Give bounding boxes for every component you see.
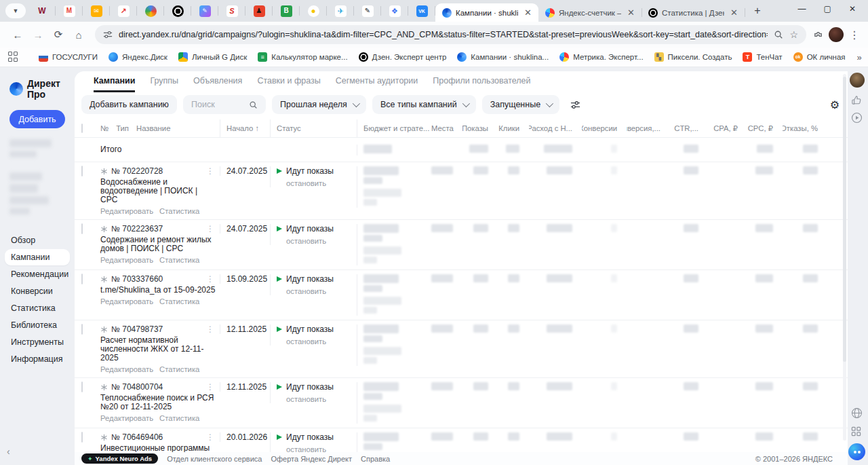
section-tab[interactable]: Кампании — [94, 76, 135, 92]
row-menu-kebab-icon[interactable]: ⋮ — [206, 274, 214, 284]
home-button[interactable]: ⌂ — [69, 25, 88, 44]
edit-link[interactable]: Редактировать — [100, 297, 153, 305]
statistics-link[interactable]: Статистика — [159, 365, 199, 373]
campaign-name-link[interactable]: Расчет нормативной численности ЖКХ от 12… — [100, 336, 216, 362]
browser-tab[interactable]: Кампании · shuklina-t ✕ — [435, 3, 538, 22]
neuro-ads-badge[interactable]: ✦Yandex Neuro Ads — [81, 453, 158, 464]
apps-grid-icon[interactable] — [851, 426, 861, 436]
table-settings-gear-button[interactable]: ⚙ — [830, 98, 840, 111]
filter-dropdown[interactable]: Все типы кампаний — [372, 95, 476, 114]
apps-grid-icon[interactable] — [8, 52, 18, 62]
new-tab-button[interactable]: + — [749, 2, 766, 20]
play-circle-icon[interactable] — [851, 112, 863, 124]
stop-link[interactable]: остановить — [286, 337, 357, 346]
sidebar-collapse-button[interactable]: ‹ — [3, 445, 14, 458]
pinned-tab[interactable]: B — [273, 0, 300, 22]
pinned-tab[interactable]: W — [28, 0, 56, 22]
filter-dropdown[interactable]: Запущенные — [482, 95, 559, 114]
tab-close-icon[interactable]: ✕ — [728, 7, 740, 18]
address-bar[interactable]: direct.yandex.ru/dna/grid/campaigns/?ulo… — [95, 25, 806, 44]
pinned-tab[interactable]: ♟ — [245, 0, 273, 22]
col-name[interactable]: Название — [136, 124, 170, 132]
col-type[interactable]: Тип — [116, 124, 129, 132]
pinned-tab[interactable]: S — [218, 0, 245, 22]
row-checkbox[interactable] — [81, 382, 83, 392]
stop-link[interactable]: остановить — [286, 395, 357, 403]
row-checkbox[interactable] — [81, 166, 83, 176]
pinned-tab[interactable]: VK — [408, 0, 435, 22]
footer-link[interactable]: Справка — [361, 455, 390, 463]
col-spend[interactable]: Расход с Н... — [529, 124, 582, 132]
back-button[interactable]: ← — [8, 25, 27, 44]
scrollbar-thumb[interactable] — [843, 77, 846, 362]
browser-menu-icon[interactable]: ⋮ — [849, 29, 860, 41]
bookmark[interactable]: Яндекс.Диск — [104, 50, 172, 64]
row-menu-kebab-icon[interactable]: ⋮ — [206, 224, 214, 234]
col-status[interactable]: Статус — [270, 119, 357, 137]
col-cpa[interactable]: CPA, ₽ — [708, 124, 747, 133]
assistant-chat-button[interactable] — [848, 443, 865, 460]
row-checkbox[interactable] — [81, 324, 83, 335]
section-tab[interactable]: Сегменты аудитории — [336, 76, 418, 92]
statistics-link[interactable]: Статистика — [159, 297, 199, 305]
sidebar-item[interactable]: Инструменты — [9, 334, 75, 350]
statistics-link[interactable]: Статистика — [159, 414, 199, 422]
stop-link[interactable]: остановить — [286, 287, 357, 295]
col-bounces[interactable]: Отказы, % — [783, 124, 827, 132]
col-places[interactable]: Места — [431, 124, 462, 132]
add-campaign-button[interactable]: Добавить кампанию — [81, 95, 177, 114]
browser-tab[interactable]: Яндекс-счетчик — С ✕ — [538, 3, 642, 22]
statistics-link[interactable]: Статистика — [159, 256, 199, 264]
pinned-tab[interactable]: ↗ — [110, 0, 137, 22]
tab-close-icon[interactable]: ✕ — [625, 7, 637, 18]
edit-link[interactable]: Редактировать — [100, 207, 153, 215]
pinned-tab[interactable]: M — [56, 0, 83, 22]
footer-link[interactable]: Оферта Яндекс Директ — [271, 455, 352, 463]
minimize-button[interactable]: — — [798, 4, 806, 14]
campaign-name-link[interactable]: Теплоснабжение поиск и РСЯ №20 от 12-11-… — [100, 394, 216, 411]
sidebar-item[interactable]: Библиотека — [9, 317, 75, 333]
sidebar-item[interactable]: Кампании — [5, 249, 70, 265]
row-checkbox[interactable] — [81, 223, 83, 234]
edit-link[interactable]: Редактировать — [100, 256, 153, 264]
bookmark[interactable]: Кампании · shuklina... — [452, 50, 553, 64]
bookmark[interactable]: ГОСУСЛУГИ — [34, 50, 102, 64]
bookmark[interactable]: ok ОК личная — [789, 50, 850, 64]
select-all-checkbox[interactable] — [81, 124, 83, 133]
zoom-icon[interactable] — [774, 30, 783, 39]
col-conv-rate[interactable]: Конверсия,... — [627, 124, 670, 132]
sidebar-item[interactable]: Информация — [9, 351, 75, 367]
section-tab[interactable]: Профили пользователей — [433, 76, 530, 92]
bookmark[interactable]: ▚ Пиксели. Создать — [650, 50, 737, 64]
bookmark[interactable]: T ТенЧат — [738, 50, 787, 64]
bookmark-star-icon[interactable]: ☆ — [789, 29, 798, 40]
filter-dropdown[interactable]: Прошлая неделя — [272, 95, 366, 114]
stop-link[interactable]: остановить — [286, 237, 357, 245]
campaign-name-link[interactable]: Содержание и ремонт жилых домов | ПОИСК … — [100, 236, 216, 253]
col-clicks[interactable]: Клики — [498, 124, 529, 132]
row-checkbox[interactable] — [81, 274, 83, 284]
browser-profile-avatar[interactable] — [829, 27, 844, 42]
section-tab[interactable]: Ставки и фразы — [257, 76, 320, 92]
pinned-tab[interactable]: ✎ — [191, 0, 218, 22]
search-input[interactable]: Поиск — [183, 95, 266, 114]
bookmarks-overflow-button[interactable]: » — [852, 52, 867, 62]
sidebar-item[interactable]: Конверсии — [9, 283, 75, 299]
row-menu-kebab-icon[interactable]: ⋮ — [206, 324, 214, 334]
bookmark[interactable]: Дзен. Эксперт центр — [354, 50, 452, 64]
pinned-tab[interactable]: ✎ — [354, 0, 381, 22]
section-tab[interactable]: Объявления — [193, 76, 242, 92]
pinned-tab[interactable]: ✈ — [327, 0, 354, 22]
col-impressions[interactable]: Показы — [462, 124, 498, 132]
bookmark[interactable]: Метрика. Эксперт... — [555, 50, 648, 64]
forward-button[interactable]: → — [28, 25, 47, 44]
campaign-name-link[interactable]: Водоснабжение и водоотведение | ПОИСК | … — [100, 178, 216, 204]
col-num[interactable]: № — [100, 124, 108, 132]
row-menu-kebab-icon[interactable]: ⋮ — [206, 432, 214, 442]
close-window-button[interactable]: ✕ — [849, 4, 856, 14]
pinned-tab[interactable] — [137, 0, 164, 22]
sidebar-item[interactable]: Статистика — [9, 300, 75, 316]
col-conversions[interactable]: Конверсии — [582, 124, 627, 132]
tab-close-icon[interactable]: ✕ — [522, 7, 534, 18]
row-menu-kebab-icon[interactable]: ⋮ — [206, 166, 214, 176]
